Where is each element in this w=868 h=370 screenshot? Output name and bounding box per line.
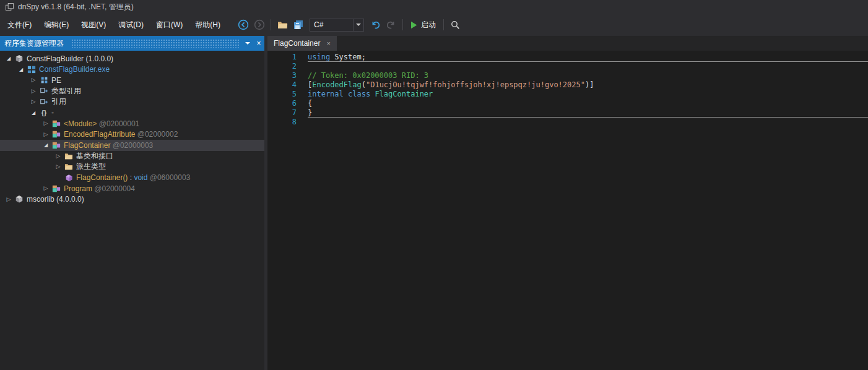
code-editor[interactable]: 1 using System; 2 3 // Token: 0x02000003… (267, 51, 868, 370)
expander-icon[interactable]: ▷ (28, 97, 38, 107)
tab-label: FlagContainer (274, 39, 320, 48)
folder-icon (63, 151, 74, 161)
save-all-button[interactable] (291, 17, 306, 32)
redo-button[interactable] (384, 17, 399, 32)
expander-icon[interactable]: ▷ (53, 161, 63, 172)
code-line: 4 [EncodedFlag("D1ucjOu!tqjwf!fohjoffsjo… (267, 80, 868, 90)
redo-icon (386, 20, 396, 30)
tree-row[interactable]: ◢ {} - (0, 108, 264, 119)
expander-icon[interactable]: ◢ (41, 140, 51, 150)
menu-item[interactable]: 调试(D) (112, 17, 150, 33)
tab-flagcontainer[interactable]: FlagContainer × (267, 36, 337, 51)
line-number: 8 (267, 118, 302, 127)
typeref-icon (38, 86, 50, 96)
expander-icon[interactable]: ▷ (41, 183, 51, 194)
expander-icon[interactable]: ▷ (53, 151, 63, 161)
nav-back-button[interactable] (236, 17, 251, 32)
code-text: internal class FlagContainer (308, 90, 868, 99)
forward-icon (254, 19, 265, 30)
tree-item-label: 类型引用 (50, 86, 81, 97)
chevron-down-icon (356, 24, 361, 26)
panel-grip (71, 39, 239, 48)
tree-row[interactable]: ▷ 引用 (0, 97, 264, 108)
tree-row[interactable]: ▷ PE (0, 75, 264, 86)
tree-item-label: Program @02000004 (62, 184, 135, 193)
tab-strip: FlagContainer × (267, 36, 868, 51)
menu-item[interactable]: 视图(V) (75, 17, 112, 33)
tree-item-label: <Module> @02000001 (62, 119, 139, 128)
play-icon (410, 21, 417, 29)
assembly-explorer-panel: 程序集资源管理器 × ◢ ConstFlagBuilder (1.0.0.0) … (0, 36, 264, 370)
language-value: C# (310, 20, 353, 29)
code-text: [EncodedFlag("D1ucjOu!tqjwf!fohjoffsjoh!… (308, 80, 868, 90)
language-selector[interactable]: C# (310, 19, 364, 32)
expander-icon[interactable]: ▷ (28, 86, 38, 97)
code-line: 6 { (267, 99, 868, 108)
folder-icon (63, 162, 74, 172)
nav-forward-button[interactable] (252, 17, 267, 32)
undo-icon (370, 20, 380, 30)
tree-row[interactable]: ◢ ConstFlagBuilder (1.0.0.0) (0, 53, 264, 64)
toolbar-separator (443, 19, 444, 30)
menu-toolbar-row: 文件(F)编辑(E)视图(V)调试(D)窗口(W)帮助(H) (0, 14, 868, 36)
code-line: 1 using System; (267, 53, 868, 62)
dnspy-window: dnSpy v6.1.8 (64-bit, .NET, 管理员) 文件(F)编辑… (0, 0, 868, 370)
tree-row[interactable]: ▷ <Module> @02000001 (0, 118, 264, 129)
tab-close-icon[interactable]: × (326, 40, 330, 47)
tree-row[interactable]: ▷ mscorlib (4.0.0.0) (0, 194, 264, 205)
open-file-button[interactable] (275, 17, 290, 32)
menu-item[interactable]: 帮助(H) (189, 17, 227, 33)
assembly-icon (14, 54, 25, 64)
tree-row[interactable]: ◢ FlagContainer @02000003 (0, 140, 264, 151)
expander-icon[interactable]: ▷ (41, 129, 51, 140)
expander-icon[interactable]: ◢ (16, 64, 26, 75)
class-icon (51, 140, 62, 150)
panel-close-button[interactable]: × (253, 36, 264, 51)
tree-row[interactable]: ▷ 类型引用 (0, 86, 264, 97)
expander-icon[interactable]: ◢ (4, 53, 14, 64)
tree-row[interactable]: ▷ Program @02000004 (0, 183, 264, 194)
start-debug-button[interactable]: 启动 (406, 17, 440, 32)
exe-icon (26, 64, 37, 74)
expander-icon[interactable]: ▷ (41, 118, 51, 129)
tree-item-label: ConstFlagBuilder.exe (37, 65, 110, 74)
panel-title: 程序集资源管理器 (0, 38, 68, 49)
expander-icon[interactable]: ▷ (4, 194, 14, 205)
panel-menu-button[interactable] (242, 36, 253, 51)
class-icon (51, 184, 62, 194)
search-button[interactable] (448, 17, 462, 32)
editor-area: FlagContainer × 1 using System; 2 3 // T… (267, 36, 868, 370)
save-all-icon (293, 20, 303, 30)
tree-row[interactable]: ◢ ConstFlagBuilder.exe (0, 64, 264, 75)
tree-item-label: 引用 (50, 97, 66, 107)
assembly-tree[interactable]: ◢ ConstFlagBuilder (1.0.0.0) ◢ ConstFlag… (0, 51, 264, 370)
tree-row[interactable]: ▷ 基类和接口 (0, 151, 264, 162)
code-text (308, 118, 868, 127)
line-number: 4 (267, 80, 302, 90)
code-text: using System; (308, 53, 868, 62)
code-line: 7 } (267, 108, 868, 118)
line-number: 3 (267, 71, 302, 80)
tree-row[interactable]: ▷ EncodedFlagAttribute @02000002 (0, 129, 264, 140)
namespace-icon: {} (38, 108, 50, 118)
class-icon (51, 129, 62, 139)
undo-button[interactable] (368, 17, 383, 32)
language-dropdown-button[interactable] (353, 19, 363, 31)
line-number: 6 (267, 99, 302, 108)
menu-item[interactable]: 窗口(W) (150, 17, 189, 33)
expander-icon[interactable]: ◢ (28, 108, 38, 118)
tree-row[interactable]: FlagContainer() : void @06000003 (0, 173, 264, 184)
tree-item-label: PE (50, 76, 61, 85)
method-icon (63, 173, 74, 183)
code-text: // Token: 0x02000003 RID: 3 (308, 71, 868, 80)
menu-item[interactable]: 文件(F) (1, 17, 38, 33)
tree-item-label: ConstFlagBuilder (1.0.0.0) (25, 54, 113, 63)
tree-item-label: 派生类型 (74, 161, 106, 172)
expander-icon[interactable]: ▷ (28, 75, 38, 85)
menu-item[interactable]: 编辑(E) (38, 17, 75, 33)
code-text: } (308, 108, 868, 118)
window-title: dnSpy v6.1.8 (64-bit, .NET, 管理员) (18, 2, 134, 12)
main-content: 程序集资源管理器 × ◢ ConstFlagBuilder (1.0.0.0) … (0, 36, 868, 370)
tree-row[interactable]: ▷ 派生类型 (0, 161, 264, 173)
pe-icon (38, 75, 50, 85)
